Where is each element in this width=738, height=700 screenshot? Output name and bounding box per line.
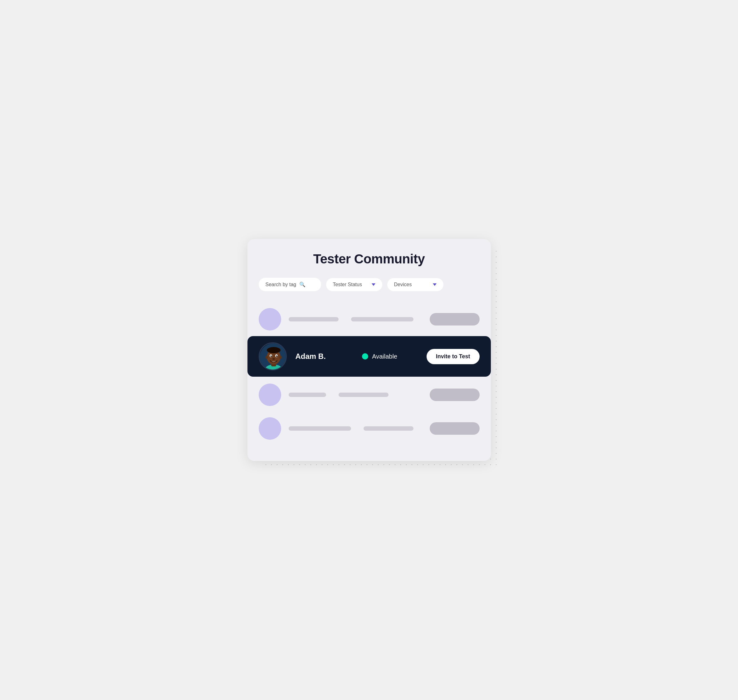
svg-point-8: [270, 356, 272, 357]
search-icon: 🔍: [299, 281, 306, 287]
skeleton-rows-below: [259, 378, 479, 446]
active-tester-name: Adam B.: [295, 352, 333, 361]
skeleton-line-name-2: [289, 393, 326, 397]
skeleton-line-detail-2: [338, 393, 388, 397]
devices-chevron-down-icon: [433, 283, 437, 286]
devices-label: Devices: [394, 282, 412, 287]
skeleton-button-3: [430, 422, 479, 435]
skeleton-lines-1: [289, 317, 422, 321]
page-container: Tester Community Search by tag 🔍 Tester …: [247, 239, 491, 461]
svg-point-5: [268, 347, 279, 352]
search-placeholder-text: Search by tag: [266, 282, 297, 287]
page-title: Tester Community: [259, 251, 479, 266]
svg-point-13: [266, 356, 268, 359]
filters-row: Search by tag 🔍 Tester Status Devices: [259, 278, 479, 291]
devices-dropdown[interactable]: Devices: [387, 278, 443, 291]
skeleton-avatar-2: [259, 384, 281, 406]
active-avatar-image: [260, 343, 287, 371]
svg-point-12: [272, 358, 275, 360]
status-group: Available: [342, 353, 418, 360]
svg-point-9: [276, 356, 278, 357]
tester-status-dropdown[interactable]: Tester Status: [326, 278, 382, 291]
svg-point-11: [277, 356, 278, 356]
skeleton-line-detail-3: [363, 426, 413, 431]
skeleton-avatar-1: [259, 308, 281, 331]
skeleton-line-detail-1: [351, 317, 413, 321]
tester-status-chevron-down-icon: [372, 283, 375, 286]
svg-point-10: [271, 356, 272, 356]
skeleton-line-name-1: [289, 317, 338, 321]
main-card: Tester Community Search by tag 🔍 Tester …: [247, 239, 491, 461]
invite-to-test-button[interactable]: Invite to Test: [426, 349, 479, 364]
active-tester-row: Adam B. Available Invite to Test: [247, 336, 491, 377]
active-avatar: [259, 343, 287, 371]
svg-point-14: [279, 356, 282, 359]
skeleton-row-2: [259, 378, 479, 412]
skeleton-avatar-3: [259, 417, 281, 440]
tester-status-label: Tester Status: [333, 282, 362, 287]
skeleton-lines-3: [289, 426, 422, 431]
available-status-dot: [362, 353, 368, 360]
search-by-tag-input[interactable]: Search by tag 🔍: [259, 278, 321, 291]
skeleton-row-1: [259, 302, 479, 336]
skeleton-lines-2: [289, 393, 422, 397]
skeleton-row-3: [259, 412, 479, 446]
available-status-text: Available: [372, 353, 397, 360]
skeleton-line-name-3: [289, 426, 351, 431]
skeleton-button-1: [430, 313, 479, 325]
skeleton-button-2: [430, 388, 479, 401]
